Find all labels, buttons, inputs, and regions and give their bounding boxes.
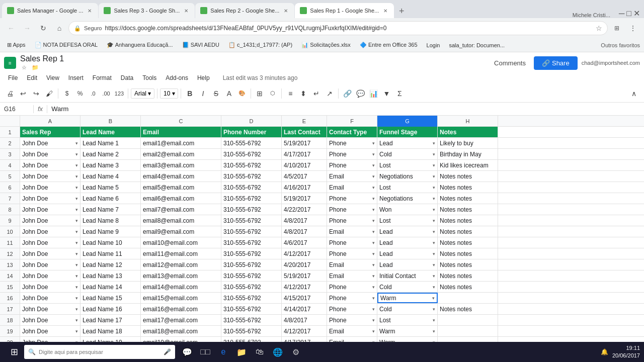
col-header-c[interactable]: C [141, 116, 221, 127]
cell-lead-name-10[interactable]: Lead Name 9 [80, 226, 141, 237]
dropdown-arrow-f-7[interactable]: ▾ [372, 196, 375, 201]
dropdown-arrow-a-12[interactable]: ▾ [75, 251, 78, 256]
cell-sales-rep-10[interactable]: John Doe ▾ [20, 226, 80, 237]
cell-phone-19[interactable]: 310-555-6792 [221, 326, 282, 336]
cell-phone-6[interactable]: 310-555-6792 [221, 182, 282, 193]
dropdown-arrow-f-14[interactable]: ▾ [372, 274, 375, 279]
cell-contact-type-12[interactable]: Phone ▾ [327, 248, 377, 259]
cell-contact-type-2[interactable]: Phone ▾ [327, 138, 377, 148]
row-num-3[interactable]: 3 [0, 149, 20, 159]
row-num-4[interactable]: 4 [0, 160, 20, 170]
row-num-8[interactable]: 8 [0, 204, 20, 215]
dropdown-arrow-f-5[interactable]: ▾ [372, 174, 375, 179]
cell-phone-11[interactable]: 310-555-6792 [221, 237, 282, 248]
cell-lead-name-13[interactable]: Lead Name 12 [80, 259, 141, 270]
cell-last-contact-15[interactable]: 4/12/2017 [282, 282, 327, 292]
cell-email-17[interactable]: email16@email.com [141, 304, 221, 314]
cell-sales-rep-18[interactable]: John Doe ▾ [20, 315, 80, 325]
col-header-e[interactable]: E [282, 116, 327, 127]
dropdown-arrow-f-19[interactable]: ▾ [372, 329, 375, 334]
row-num-9[interactable]: 9 [0, 215, 20, 226]
cell-email-6[interactable]: email5@email.com [141, 182, 221, 193]
dropdown-arrow-a-14[interactable]: ▾ [75, 274, 78, 279]
cell-phone-15[interactable]: 310-555-6792 [221, 282, 282, 292]
dropdown-arrow-g-5[interactable]: ▾ [433, 174, 435, 179]
dropdown-arrow-g-6[interactable]: ▾ [433, 185, 435, 190]
cell-sales-rep-15[interactable]: John Doe ▾ [20, 282, 80, 292]
cell-notes-4[interactable]: Kid likes icecream [438, 160, 498, 170]
strikethrough-button[interactable]: S [210, 87, 222, 100]
tab-close-3[interactable]: ✕ [282, 7, 289, 14]
dropdown-arrow-f-6[interactable]: ▾ [372, 185, 375, 190]
dropdown-arrow-g-3[interactable]: ▾ [433, 152, 435, 157]
cell-funnel-stage-17[interactable]: Cold ▾ [377, 304, 438, 314]
cell-notes-10[interactable]: Notes notes [438, 226, 498, 237]
tab-close-4[interactable]: ✕ [382, 7, 389, 14]
cell-funnel-stage-3[interactable]: Cold ▾ [377, 149, 438, 159]
address-bar[interactable]: 🔒 Seguro https://docs.google.com/spreads… [68, 21, 608, 35]
row-num-10[interactable]: 10 [0, 226, 20, 237]
cell-last-contact-5[interactable]: 4/5/2017 [282, 171, 327, 182]
dropdown-arrow-a-10[interactable]: ▾ [75, 229, 78, 234]
maximize-btn[interactable]: □ [626, 9, 631, 18]
taskbar-settings[interactable]: ⚙ [288, 344, 304, 360]
font-selector[interactable]: Arial ▾ [131, 88, 154, 99]
dropdown-arrow-g-17[interactable]: ▾ [433, 307, 435, 312]
dropdown-arrow-g-10[interactable]: ▾ [433, 229, 435, 234]
dropdown-arrow-a-7[interactable]: ▾ [75, 196, 78, 201]
cell-contact-type-3[interactable]: Phone ▾ [327, 149, 377, 159]
bookmark-sala[interactable]: sala_tutor: Documen... [446, 41, 508, 49]
cell-sales-rep-8[interactable]: John Doe ▾ [20, 204, 80, 215]
bookmark-nota[interactable]: 📄 NOTA DEFESA ORAL [32, 41, 101, 49]
cell-lead-name-3[interactable]: Lead Name 2 [80, 149, 141, 159]
reload-button[interactable]: ↻ [36, 21, 50, 35]
cell-notes-8[interactable]: Notes notes [438, 204, 498, 215]
browser-tab-4[interactable]: Sales Rep 1 - Google She... ✕ [295, 3, 394, 18]
cell-lead-name-18[interactable]: Lead Name 17 [80, 315, 141, 325]
cell-phone-17[interactable]: 310-555-6792 [221, 304, 282, 314]
chart-button[interactable]: 📊 [367, 87, 379, 100]
menu-data[interactable]: Data [117, 72, 137, 83]
cell-lead-name-6[interactable]: Lead Name 5 [80, 182, 141, 193]
cell-phone-8[interactable]: 310-555-6792 [221, 204, 282, 215]
cell-funnel-stage-16[interactable]: Warm ▾ Invalid: Input must fall within s… [377, 293, 438, 303]
taskbar-search[interactable]: 🔍 🎤 [24, 345, 175, 359]
dropdown-arrow-a-19[interactable]: ▾ [75, 329, 78, 334]
dropdown-arrow-f-13[interactable]: ▾ [372, 262, 375, 267]
cell-notes-12[interactable]: Notes notes [438, 248, 498, 259]
cell-sales-rep-9[interactable]: John Doe ▾ [20, 215, 80, 226]
dropdown-arrow-a-5[interactable]: ▾ [75, 174, 78, 179]
taskbar-chrome[interactable]: 🌐 [270, 344, 286, 360]
cell-phone-9[interactable]: 310-555-6792 [221, 215, 282, 226]
cell-lead-name-2[interactable]: Lead Name 1 [80, 138, 141, 148]
cell-last-contact-13[interactable]: 4/20/2017 [282, 259, 327, 270]
cell-contact-type-10[interactable]: Email ▾ [327, 226, 377, 237]
cell-sales-rep-4[interactable]: John Doe ▾ [20, 160, 80, 170]
dropdown-arrow-a-6[interactable]: ▾ [75, 185, 78, 190]
cell-lead-name-5[interactable]: Lead Name 4 [80, 171, 141, 182]
cell-contact-type-4[interactable]: Phone ▾ [327, 160, 377, 170]
taskbar-notifications[interactable]: 🔔 [601, 348, 608, 355]
dropdown-arrow-a-13[interactable]: ▾ [75, 262, 78, 267]
col-header-b[interactable]: B [80, 116, 141, 127]
dropdown-arrow-g-14[interactable]: ▾ [433, 274, 435, 279]
cell-sales-rep-17[interactable]: John Doe ▾ [20, 304, 80, 314]
cell-contact-type-14[interactable]: Email ▾ [327, 270, 377, 281]
cell-funnel-stage-14[interactable]: Initial Contact ▾ [377, 270, 438, 281]
cell-phone-10[interactable]: 310-555-6792 [221, 226, 282, 237]
cell-last-contact-17[interactable]: 4/14/2017 [282, 304, 327, 314]
cell-last-contact-7[interactable]: 5/19/2017 [282, 193, 327, 204]
row-num-7[interactable]: 7 [0, 193, 20, 204]
taskbar-search-input[interactable] [39, 349, 160, 355]
dropdown-arrow-f-18[interactable]: ▾ [372, 318, 375, 323]
filter-button[interactable]: ▼ [380, 87, 392, 100]
cell-notes-11[interactable]: Notes notes [438, 237, 498, 248]
cell-last-contact-2[interactable]: 5/19/2017 [282, 138, 327, 148]
cell-email-3[interactable]: email2@email.com [141, 149, 221, 159]
cell-notes-14[interactable]: Notes notes [438, 270, 498, 281]
dropdown-arrow-g-4[interactable]: ▾ [433, 163, 435, 168]
cell-sales-rep-6[interactable]: John Doe ▾ [20, 182, 80, 193]
new-tab-button[interactable]: + [394, 4, 409, 18]
cell-sales-rep-11[interactable]: John Doe ▾ [20, 237, 80, 248]
cell-sales-rep-7[interactable]: John Doe ▾ [20, 193, 80, 204]
